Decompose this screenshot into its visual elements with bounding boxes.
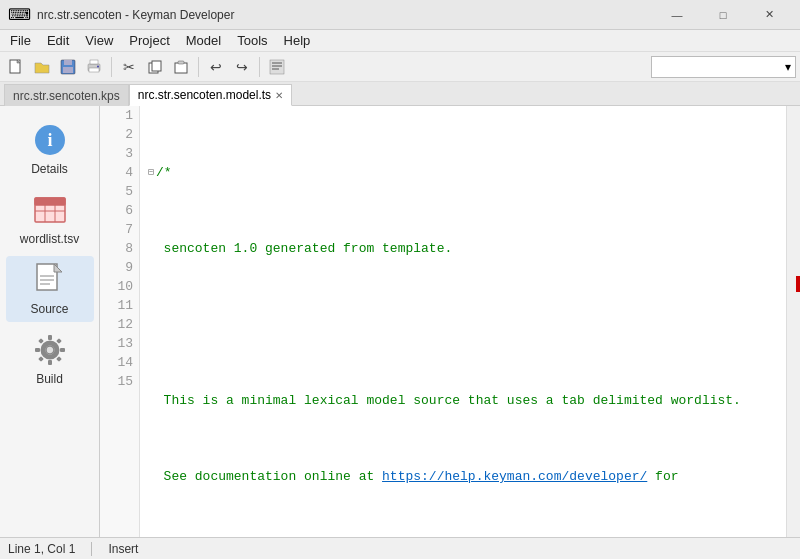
line-num-2: 2 [100,125,139,144]
line-num-9: 9 [100,258,139,277]
minimize-button[interactable]: — [654,0,700,30]
svg-rect-31 [48,360,52,365]
tab-model[interactable]: nrc.str.sencoten.model.ts ✕ [129,84,292,106]
sidebar-item-source[interactable]: Source [6,256,94,322]
tab-close-icon[interactable]: ✕ [275,90,283,101]
line-num-1: 1 [100,106,139,125]
code-line-2: sencoten 1.0 generated from template. [148,239,778,258]
toolbar-open[interactable] [30,55,54,79]
toolbar-redo[interactable]: ↪ [230,55,254,79]
title-bar-controls: — □ ✕ [654,0,792,30]
title-bar-left: ⌨ nrc.str.sencoten - Keyman Developer [8,5,234,24]
window-title: nrc.str.sencoten - Keyman Developer [37,8,234,22]
svg-rect-37 [56,356,62,362]
dropdown-arrow-icon: ▾ [785,60,791,74]
line-num-8: 8 [100,239,139,258]
svg-rect-12 [178,61,184,64]
svg-rect-4 [63,67,73,73]
toolbar-new[interactable] [4,55,28,79]
menu-help[interactable]: Help [276,31,319,50]
menu-view[interactable]: View [77,31,121,50]
svg-rect-36 [38,356,44,362]
status-divider [91,542,92,556]
tab-model-label: nrc.str.sencoten.model.ts [138,88,271,102]
status-bar: Line 1, Col 1 Insert [0,537,800,559]
code-line-3 [148,315,778,334]
line-num-13: 13 [100,334,139,353]
line-num-14: 14 [100,353,139,372]
code-editor[interactable]: ⊟/* sencoten 1.0 generated from template… [140,106,786,537]
svg-rect-33 [60,348,65,352]
app-icon: ⌨ [8,5,31,24]
cursor-position: Line 1, Col 1 [8,542,75,556]
tab-kps-label: nrc.str.sencoten.kps [13,89,120,103]
main-area: i Details wordlist.tsv [0,106,800,537]
line-num-7: 7 [100,220,139,239]
svg-rect-20 [35,198,65,205]
sidebar-details-label: Details [31,162,68,176]
svg-point-8 [97,65,99,67]
toolbar-sep3 [259,57,260,77]
gear-icon [32,332,68,368]
line-num-15: 15 [100,372,139,391]
toolbar-print[interactable] [82,55,106,79]
svg-point-29 [46,346,54,354]
svg-rect-7 [89,68,99,72]
code-line-1: ⊟/* [148,163,778,182]
svg-rect-30 [48,335,52,340]
menu-tools[interactable]: Tools [229,31,275,50]
tab-bar: nrc.str.sencoten.kps nrc.str.sencoten.mo… [0,82,800,106]
menu-file[interactable]: File [2,31,39,50]
svg-text:i: i [47,130,52,150]
svg-rect-11 [175,63,187,73]
toolbar-paste[interactable] [169,55,193,79]
info-icon: i [32,122,68,158]
line-numbers: 1 2 3 4 5 6 7 8 9 10 11 12 13 14 15 [100,106,140,537]
sidebar-wordlist-label: wordlist.tsv [20,232,79,246]
line-num-11: 11 [100,296,139,315]
toolbar-copy[interactable] [143,55,167,79]
line-num-12: 12 [100,315,139,334]
code-line-5: See documentation online at https://help… [148,467,778,486]
sidebar-item-details[interactable]: i Details [6,116,94,182]
svg-rect-13 [270,60,284,74]
maximize-button[interactable]: □ [700,0,746,30]
toolbar-sep1 [111,57,112,77]
tab-kps[interactable]: nrc.str.sencoten.kps [4,84,129,106]
sidebar-source-label: Source [30,302,68,316]
doc-icon [32,262,68,298]
code-line-4: This is a minimal lexical model source t… [148,391,778,410]
table-icon [32,192,68,228]
toolbar-save[interactable] [56,55,80,79]
menu-edit[interactable]: Edit [39,31,77,50]
svg-rect-10 [152,61,161,71]
sidebar-item-wordlist[interactable]: wordlist.tsv [6,186,94,252]
close-button[interactable]: ✕ [746,0,792,30]
fold-icon-1[interactable]: ⊟ [148,163,154,182]
menu-project[interactable]: Project [121,31,177,50]
svg-rect-6 [90,60,98,64]
title-bar: ⌨ nrc.str.sencoten - Keyman Developer — … [0,0,800,30]
edit-mode: Insert [108,542,138,556]
menu-model[interactable]: Model [178,31,229,50]
toolbar-dropdown[interactable]: ▾ [651,56,796,78]
menu-bar: File Edit View Project Model Tools Help [0,30,800,52]
svg-rect-35 [56,338,62,344]
vertical-scrollbar[interactable] [786,106,800,537]
sidebar: i Details wordlist.tsv [0,106,100,537]
editor-area[interactable]: 1 2 3 4 5 6 7 8 9 10 11 12 13 14 15 ⊟/* … [100,106,800,537]
svg-rect-32 [35,348,40,352]
svg-rect-34 [38,338,44,344]
line-num-4: 4 [100,163,139,182]
line-num-5: 5 [100,182,139,201]
line-num-6: 6 [100,201,139,220]
toolbar-sep2 [198,57,199,77]
toolbar-compile[interactable] [265,55,289,79]
svg-rect-3 [64,60,72,65]
sidebar-item-build[interactable]: Build [6,326,94,392]
toolbar-cut[interactable]: ✂ [117,55,141,79]
svg-marker-25 [54,264,62,272]
sidebar-build-label: Build [36,372,63,386]
toolbar-undo[interactable]: ↩ [204,55,228,79]
toolbar: ✂ ↩ ↪ ▾ [0,52,800,82]
